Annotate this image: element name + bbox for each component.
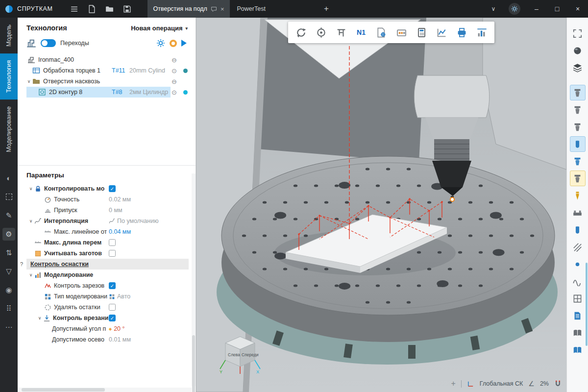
- rail-tab-simulation[interactable]: Моделирование: [0, 99, 18, 159]
- tool-assembly-button[interactable]: [570, 222, 586, 238]
- machine-output-button[interactable]: [452, 24, 471, 41]
- mesh-box-icon[interactable]: [2, 191, 15, 203]
- param-row-interpolation[interactable]: ∨ Интерполяция По умолчанию: [18, 216, 196, 226]
- settings-gear-icon[interactable]: ⚙: [2, 228, 15, 241]
- checkbox-unchecked[interactable]: [109, 250, 116, 257]
- param-value[interactable]: 0.04 мм: [109, 228, 131, 235]
- rail-tab-model[interactable]: Модель: [0, 18, 18, 53]
- tree-row-group[interactable]: ∨ Отверстия насквозь ⊖: [18, 76, 196, 87]
- close-button[interactable]: ×: [567, 0, 588, 18]
- chevron-down-icon[interactable]: ∨: [27, 219, 34, 223]
- cylinder-tool-button[interactable]: [570, 136, 586, 152]
- postprocess-button[interactable]: [372, 24, 391, 41]
- point-button[interactable]: [570, 256, 586, 272]
- viewport-3d[interactable]: N1 Слева Спереди Y X: [196, 18, 566, 392]
- toolbar-scrollbar[interactable]: [586, 263, 588, 346]
- sort-arrows-icon[interactable]: ⇅: [2, 246, 15, 259]
- filter-icon[interactable]: ▽: [2, 265, 15, 278]
- param-value[interactable]: 0.02 мм: [109, 196, 131, 203]
- close-tab-icon[interactable]: ×: [220, 5, 224, 13]
- draft-pencil-icon[interactable]: ✎: [2, 209, 15, 222]
- param-row-use-stock[interactable]: Учитывать заготов: [18, 248, 196, 259]
- add-csys-icon[interactable]: +: [451, 379, 456, 388]
- tool-holder-button-3[interactable]: [570, 119, 586, 135]
- angle-measure-icon[interactable]: ∠: [528, 380, 535, 388]
- tool-magazine-button[interactable]: [392, 24, 411, 41]
- csys-label[interactable]: Глобальная СК: [480, 380, 523, 387]
- recalculate-icon[interactable]: [170, 40, 177, 47]
- param-row-max-length[interactable]: Макс. длина перем: [18, 237, 196, 248]
- main-menu-button[interactable]: [65, 0, 83, 18]
- param-row-allowed-angle[interactable]: Допустимый угол п ◆20 °: [18, 323, 196, 334]
- calculator-button[interactable]: [412, 24, 431, 41]
- tree-row-operation-selected[interactable]: 2D контур 8 T#8 2мм Цилиндр ⊙: [18, 87, 196, 98]
- checkbox-unchecked[interactable]: [109, 304, 116, 311]
- param-row-fixture-control[interactable]: ? Контроль оснастки: [26, 259, 189, 270]
- settings-button[interactable]: [509, 3, 520, 15]
- new-tab-button[interactable]: +: [318, 0, 335, 18]
- operation-settings-gear-icon[interactable]: [156, 39, 165, 48]
- view-cube[interactable]: Слева Спереди Y X: [219, 332, 262, 375]
- param-value[interactable]: 0.01 мм: [109, 336, 131, 343]
- param-row-simulation[interactable]: ∨ Моделирование: [18, 270, 196, 280]
- param-value[interactable]: По умолчанию: [109, 218, 159, 224]
- handbook-button[interactable]: [570, 325, 586, 341]
- collapse-badge-icon[interactable]: ⊖: [172, 78, 177, 85]
- help-icon[interactable]: ?: [20, 261, 23, 267]
- panel-horizontal-scrollbar[interactable]: [18, 388, 192, 392]
- transitions-toggle[interactable]: [41, 39, 56, 47]
- param-row-plunge-control[interactable]: ∨ Контроль врезани ✓: [18, 313, 196, 323]
- document-pages-button[interactable]: [570, 308, 586, 323]
- tool-holder-button-1[interactable]: [570, 85, 586, 100]
- radio-badge-icon[interactable]: ⊙: [172, 89, 177, 96]
- spring-curve-button[interactable]: [570, 273, 586, 289]
- checkbox-checked[interactable]: ✓: [109, 282, 116, 289]
- minimize-button[interactable]: –: [526, 0, 547, 18]
- param-row-allowed-axial[interactable]: Допустимое осево 0.01 мм: [18, 334, 196, 345]
- tool-holder-button-2[interactable]: [570, 102, 586, 118]
- statistics-button[interactable]: [472, 24, 491, 41]
- shaded-sphere-icon[interactable]: ◐: [2, 172, 15, 185]
- param-row-gouge-check[interactable]: Контроль зарезов ✓: [18, 280, 196, 291]
- layers-button[interactable]: [570, 60, 586, 75]
- drill-bit-button[interactable]: [570, 188, 586, 203]
- titlebar-dropdown-button[interactable]: ∨: [484, 0, 503, 18]
- param-row-tolerance[interactable]: Точность 0.02 мм: [18, 194, 196, 205]
- fixture-vise-button[interactable]: [570, 205, 586, 220]
- chevron-down-icon[interactable]: ∨: [25, 79, 32, 84]
- param-row-control-model[interactable]: ∨ Контролировать мо ✓: [18, 183, 196, 194]
- param-value[interactable]: 0 мм: [109, 207, 122, 214]
- nc-program-button[interactable]: N1: [352, 24, 370, 41]
- probe-center-button[interactable]: [312, 24, 330, 41]
- tree-row-machine[interactable]: Ironmac_400 ⊖: [18, 54, 196, 65]
- maximize-button[interactable]: □: [547, 0, 567, 18]
- rail-tab-technology[interactable]: Технология: [0, 53, 18, 99]
- grip-icon[interactable]: ⠿: [2, 302, 15, 315]
- checkbox-checked[interactable]: ✓: [109, 315, 116, 321]
- measure-button[interactable]: [332, 24, 350, 41]
- toolpath-graph-button[interactable]: [432, 24, 451, 41]
- zoom-frame-button[interactable]: [570, 25, 586, 41]
- tool-holder-blue-button[interactable]: [570, 153, 586, 169]
- more-icon[interactable]: ⋯: [2, 321, 15, 334]
- shaded-view-button[interactable]: [570, 43, 586, 58]
- checkbox-unchecked[interactable]: [109, 239, 116, 246]
- param-row-allowance[interactable]: Припуск 0 мм: [18, 205, 196, 216]
- param-row-sim-type[interactable]: Тип моделировани Авто: [18, 291, 196, 302]
- open-project-button[interactable]: [100, 0, 118, 18]
- param-value[interactable]: Авто: [109, 293, 130, 300]
- param-row-max-deviation[interactable]: Макс. линейное от 0.04 мм: [18, 226, 196, 237]
- handbook-blue-button[interactable]: [570, 342, 586, 358]
- param-value[interactable]: ◆20 °: [109, 325, 125, 332]
- new-project-button[interactable]: [83, 0, 100, 18]
- project-tab-active[interactable]: Отверстия на подл ×: [147, 0, 229, 18]
- zoom-level[interactable]: 2%: [540, 380, 549, 387]
- param-row-remove-residue[interactable]: Удалять остатки: [18, 302, 196, 313]
- magnet-snap-icon[interactable]: [554, 380, 562, 388]
- hatch-section-button[interactable]: [570, 239, 586, 255]
- panel-vertical-scrollbar[interactable]: [192, 173, 196, 386]
- checkbox-checked[interactable]: ✓: [109, 185, 116, 192]
- radio-badge-icon[interactable]: ⊙: [172, 67, 177, 74]
- new-operation-button[interactable]: Новая операция ▾: [131, 24, 188, 32]
- tool-holder-active-button[interactable]: [570, 171, 586, 186]
